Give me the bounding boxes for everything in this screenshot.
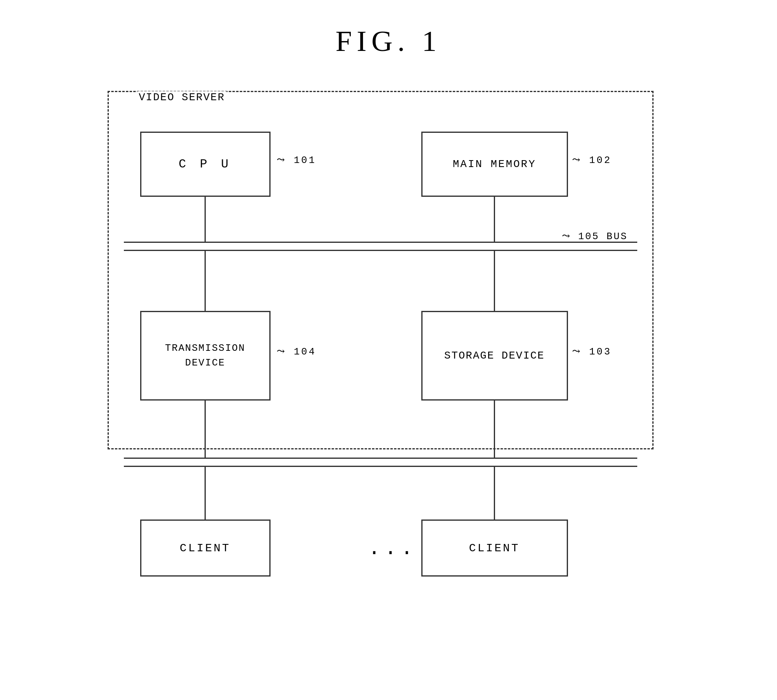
- client2-box: CLIENT: [421, 519, 568, 577]
- client1-box: CLIENT: [140, 519, 271, 577]
- line-storage-to-network: [494, 401, 495, 458]
- ref-104: ⤳ 104: [277, 346, 317, 357]
- line-transmission-to-network: [205, 401, 206, 458]
- network-bus-top: [124, 458, 637, 459]
- cpu-label: C P U: [178, 157, 231, 171]
- line-bus-to-storage: [494, 251, 495, 311]
- ref-102: ⤳ 102: [572, 154, 612, 166]
- transmission-line2: DEVICE: [185, 356, 225, 370]
- ellipsis: ...: [368, 537, 417, 560]
- line-network-to-client2: [494, 467, 495, 519]
- ref-105-bus: ⤳ 105 BUS: [562, 230, 628, 242]
- client1-label: CLIENT: [180, 542, 231, 555]
- ref-101: ⤳ 101: [277, 154, 317, 166]
- figure-title: FIG. 1: [335, 24, 441, 58]
- main-memory-label: MAIN MEMORY: [453, 158, 536, 170]
- transmission-line1: TRANSMISSION: [165, 341, 245, 356]
- line-mm-to-bus: [494, 197, 495, 242]
- network-bus-bottom: [124, 466, 637, 467]
- bus-line-top: [124, 242, 637, 243]
- client2-label: CLIENT: [469, 542, 520, 555]
- diagram-area: VIDEO SERVER C P U ⤳ 101 MAIN MEMORY ⤳ 1…: [83, 91, 694, 694]
- line-cpu-to-bus: [205, 197, 206, 242]
- bus-line-bottom: [124, 250, 637, 251]
- line-network-to-client1: [205, 467, 206, 519]
- storage-device-box: STORAGE DEVICE: [421, 311, 568, 401]
- page: FIG. 1 VIDEO SERVER C P U ⤳ 101 MAIN MEM…: [0, 0, 777, 700]
- transmission-device-box: TRANSMISSION DEVICE: [140, 311, 271, 401]
- cpu-box: C P U: [140, 132, 271, 197]
- ref-103: ⤳ 103: [572, 346, 612, 357]
- main-memory-box: MAIN MEMORY: [421, 132, 568, 197]
- line-bus-to-transmission: [205, 251, 206, 311]
- video-server-label: VIDEO SERVER: [137, 91, 227, 103]
- storage-label: STORAGE DEVICE: [444, 350, 544, 362]
